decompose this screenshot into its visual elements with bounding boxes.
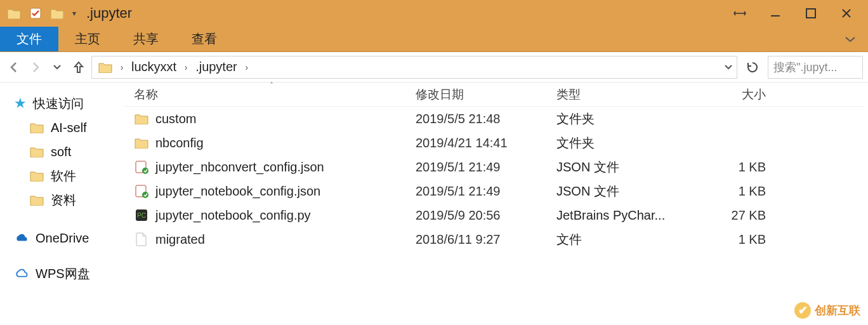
chevron-right-icon[interactable]: ›: [241, 62, 253, 72]
qat-new-folder-icon[interactable]: [47, 3, 67, 23]
column-headers: ˄ 名称 修改日期 类型 大小: [124, 83, 864, 107]
address-folder-icon: [98, 62, 112, 73]
file-name: jupyter_notebook_config.json: [155, 184, 320, 199]
column-header-type[interactable]: 类型: [556, 86, 697, 103]
file-name: jupyter_nbconvert_config.json: [155, 160, 324, 175]
up-button[interactable]: [70, 58, 88, 76]
sidebar-item[interactable]: soft: [14, 140, 124, 164]
cloud-icon: [14, 266, 29, 281]
column-header-size[interactable]: 大小: [697, 86, 773, 103]
sidebar-item[interactable]: AI-self: [14, 116, 124, 140]
sidebar-item-label: 资料: [51, 192, 76, 209]
file-size: 1 KB: [697, 184, 773, 199]
sidebar-item-label: soft: [51, 145, 71, 159]
json-icon: [134, 159, 149, 175]
chevron-right-icon[interactable]: ›: [180, 62, 192, 72]
sidebar-wps[interactable]: WPS网盘: [14, 262, 124, 286]
sidebar: ★ 快速访问 AI-self soft 软件 资料: [0, 83, 124, 325]
file-type: 文件夹: [556, 110, 697, 128]
sidebar-item-label: 快速访问: [33, 95, 84, 112]
file-date: 2019/5/1 21:49: [416, 184, 556, 199]
file-row[interactable]: nbconfig2019/4/21 14:41文件夹: [124, 131, 864, 155]
file-type: 文件: [556, 231, 697, 248]
svg-point-4: [142, 168, 148, 174]
address-history-dropdown[interactable]: [723, 64, 734, 70]
file-date: 2019/4/21 14:41: [416, 136, 556, 150]
file-size: 1 KB: [697, 160, 773, 175]
file-type: JetBrains PyChar...: [556, 208, 697, 223]
json-icon: [134, 183, 149, 199]
column-header-date[interactable]: 修改日期: [416, 86, 556, 103]
minimize-button[interactable]: [758, 0, 793, 27]
sidebar-item[interactable]: 资料: [14, 188, 124, 212]
file-icon: [134, 232, 149, 247]
sidebar-item-label: WPS网盘: [36, 265, 90, 282]
sidebar-onedrive[interactable]: OneDrive: [14, 226, 124, 250]
sidebar-item-label: AI-self: [51, 121, 87, 135]
quick-access-toolbar: ▾: [4, 3, 80, 23]
svg-rect-2: [806, 9, 815, 18]
folder-icon: [29, 168, 44, 183]
sidebar-item[interactable]: 软件: [14, 164, 124, 188]
breadcrumb-segment[interactable]: .jupyter: [192, 60, 241, 74]
folder-icon: [29, 144, 44, 159]
svg-rect-1: [771, 15, 780, 17]
tab-view[interactable]: 查看: [175, 27, 233, 51]
watermark-text: 创新互联: [815, 303, 860, 318]
file-type: JSON 文件: [556, 183, 697, 200]
qat-properties-icon[interactable]: [25, 3, 46, 23]
cloud-icon: [14, 230, 29, 246]
sidebar-item-label: OneDrive: [36, 231, 89, 246]
svg-text:PC: PC: [137, 212, 146, 219]
address-bar[interactable]: › luckyxxt › .jupyter ›: [91, 56, 737, 79]
svg-point-6: [142, 192, 148, 198]
tab-home[interactable]: 主页: [58, 27, 117, 51]
search-placeholder: 搜索".jupyt...: [773, 60, 837, 75]
file-size: 27 KB: [697, 208, 773, 223]
qat-folder-icon[interactable]: [4, 3, 24, 23]
file-row[interactable]: jupyter_nbconvert_config.json2019/5/1 21…: [124, 155, 864, 179]
py-icon: PC: [134, 208, 149, 223]
file-name: custom: [155, 112, 196, 126]
sort-indicator-icon: ˄: [270, 81, 273, 90]
qat-customize-dropdown[interactable]: ▾: [69, 9, 80, 18]
title-bar: ▾ .jupyter: [0, 0, 868, 27]
breadcrumb-segment[interactable]: luckyxxt: [128, 60, 180, 74]
file-type: 文件夹: [556, 135, 697, 152]
file-name: nbconfig: [155, 136, 204, 150]
refresh-button[interactable]: [741, 56, 764, 79]
file-row[interactable]: jupyter_notebook_config.json2019/5/1 21:…: [124, 179, 864, 203]
search-input[interactable]: 搜索".jupyt...: [768, 56, 863, 79]
file-size: 1 KB: [697, 232, 773, 247]
file-row[interactable]: custom2019/5/5 21:48文件夹: [124, 107, 864, 131]
file-date: 2019/5/9 20:56: [416, 208, 556, 223]
window-title: .jupyter: [86, 5, 132, 22]
sidebar-item-label: 软件: [51, 168, 76, 185]
maximize-button[interactable]: [793, 0, 829, 27]
file-name: migrated: [155, 232, 205, 247]
recent-dropdown[interactable]: [48, 58, 66, 76]
folder-icon: [134, 135, 149, 150]
folder-icon: [29, 192, 44, 208]
file-row[interactable]: migrated2018/6/11 9:27文件1 KB: [124, 227, 864, 251]
watermark-icon: ✔: [794, 302, 811, 319]
back-button[interactable]: [5, 58, 23, 76]
file-date: 2019/5/5 21:48: [416, 112, 556, 126]
folder-icon: [29, 120, 44, 135]
tab-file[interactable]: 文件: [0, 27, 58, 51]
file-row[interactable]: PCjupyter_notebook_config.py2019/5/9 20:…: [124, 203, 864, 227]
resize-grip-icon[interactable]: [722, 0, 758, 27]
chevron-right-icon[interactable]: ›: [116, 62, 128, 72]
tab-share[interactable]: 共享: [117, 27, 175, 51]
ribbon-collapse-chevron[interactable]: [832, 27, 868, 51]
close-button[interactable]: [829, 0, 864, 27]
sidebar-quick-access[interactable]: ★ 快速访问: [14, 91, 124, 116]
file-list: ˄ 名称 修改日期 类型 大小 custom2019/5/5 21:48文件夹n…: [124, 83, 868, 325]
watermark: ✔ 创新互联: [794, 302, 860, 319]
forward-button[interactable]: [27, 58, 44, 76]
file-date: 2019/5/1 21:49: [416, 160, 556, 175]
ribbon: 文件 主页 共享 查看: [0, 27, 868, 52]
main-area: ★ 快速访问 AI-self soft 软件 资料: [0, 83, 868, 325]
star-icon: ★: [14, 95, 27, 112]
folder-icon: [134, 111, 149, 126]
